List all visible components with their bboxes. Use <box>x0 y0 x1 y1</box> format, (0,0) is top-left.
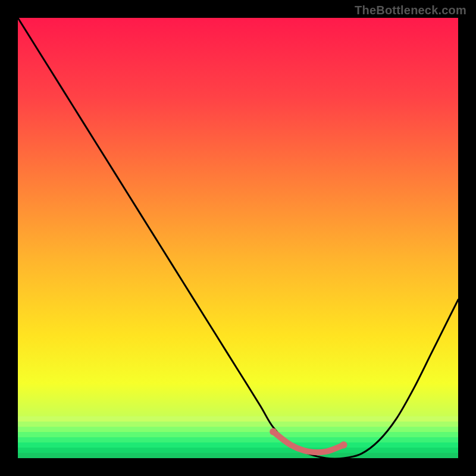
watermark-text: TheBottleneck.com <box>355 4 466 17</box>
plot-area <box>18 18 458 458</box>
optimal-range-highlight <box>273 432 343 453</box>
curve-layer <box>18 18 458 458</box>
svg-point-9 <box>270 428 277 436</box>
svg-point-10 <box>340 441 347 449</box>
chart-stage: TheBottleneck.com <box>0 0 476 476</box>
bottleneck-curve <box>18 18 458 458</box>
